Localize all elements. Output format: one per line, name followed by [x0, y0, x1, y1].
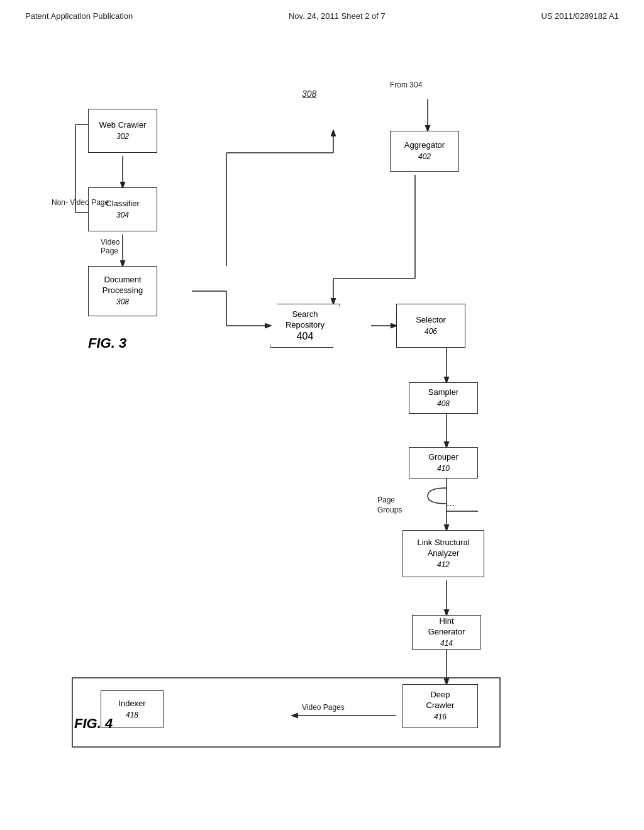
- link-structural-num: 412: [437, 560, 450, 570]
- doc-308-label: 308: [302, 89, 316, 99]
- aggregator-num: 402: [418, 152, 431, 162]
- aggregator-label: Aggregator: [404, 140, 445, 151]
- classifier-box: Classifier 304: [88, 187, 157, 231]
- page-groups-bracket: [421, 485, 453, 507]
- search-repo-label: SearchRepository: [286, 309, 325, 331]
- non-video-label: Non- Video Page: [52, 198, 109, 208]
- deep-crawler-num: 416: [434, 712, 447, 722]
- hint-generator-label: HintGenerator: [428, 616, 465, 638]
- selector-label: Selector: [416, 315, 446, 326]
- aggregator-box: Aggregator 402: [390, 131, 459, 172]
- grouper-label: Grouper: [428, 452, 458, 463]
- doc-processing-box: DocumentProcessing 308: [88, 266, 157, 316]
- video-pages-label: Video Pages: [302, 703, 345, 712]
- page-header: Patent Application Publication Nov. 24, …: [0, 0, 644, 27]
- header-right: US 2011/0289182 A1: [541, 11, 619, 21]
- link-structural-label: Link StructuralAnalyzer: [417, 538, 469, 559]
- from-304-label: From 304: [390, 80, 422, 89]
- web-crawler-label: Web Crawler: [99, 120, 147, 131]
- sampler-num: 408: [437, 399, 450, 409]
- selector-num: 406: [425, 327, 437, 337]
- deep-crawler-box: DeepCrawler 416: [402, 684, 478, 728]
- page-groups-label: PageGroups: [377, 495, 402, 515]
- page: Patent Application Publication Nov. 24, …: [0, 0, 644, 830]
- classifier-label: Classifier: [106, 199, 139, 209]
- indexer-label: Indexer: [118, 699, 145, 709]
- fig3-label: FIG. 3: [88, 335, 126, 351]
- hint-generator-box: HintGenerator 414: [412, 615, 481, 650]
- header-center: Nov. 24, 2011 Sheet 2 of 7: [289, 11, 386, 21]
- indexer-num: 418: [126, 711, 138, 721]
- grouper-num: 410: [437, 464, 450, 474]
- grouper-box: Grouper 410: [409, 447, 478, 479]
- selector-box: Selector 406: [396, 304, 465, 348]
- header-left: Patent Application Publication: [25, 11, 133, 21]
- video-page-label: VideoPage: [101, 238, 119, 255]
- search-repo-box: SearchRepository 404: [270, 304, 340, 348]
- link-structural-box: Link StructuralAnalyzer 412: [402, 530, 484, 577]
- doc-processing-label: DocumentProcessing: [103, 275, 143, 296]
- deep-crawler-label: DeepCrawler: [426, 690, 455, 711]
- diagram-area: Web Crawler 302 Classifier 304 Non- Vide…: [0, 27, 644, 819]
- sampler-label: Sampler: [428, 387, 458, 398]
- fig4-label: FIG. 4: [74, 716, 113, 732]
- web-crawler-num: 302: [116, 132, 129, 142]
- web-crawler-box: Web Crawler 302: [88, 109, 157, 153]
- sampler-box: Sampler 408: [409, 382, 478, 414]
- hint-generator-num: 414: [440, 639, 453, 649]
- doc-processing-num: 308: [116, 297, 129, 307]
- classifier-num: 304: [116, 211, 129, 221]
- search-repo-num: 404: [297, 331, 314, 342]
